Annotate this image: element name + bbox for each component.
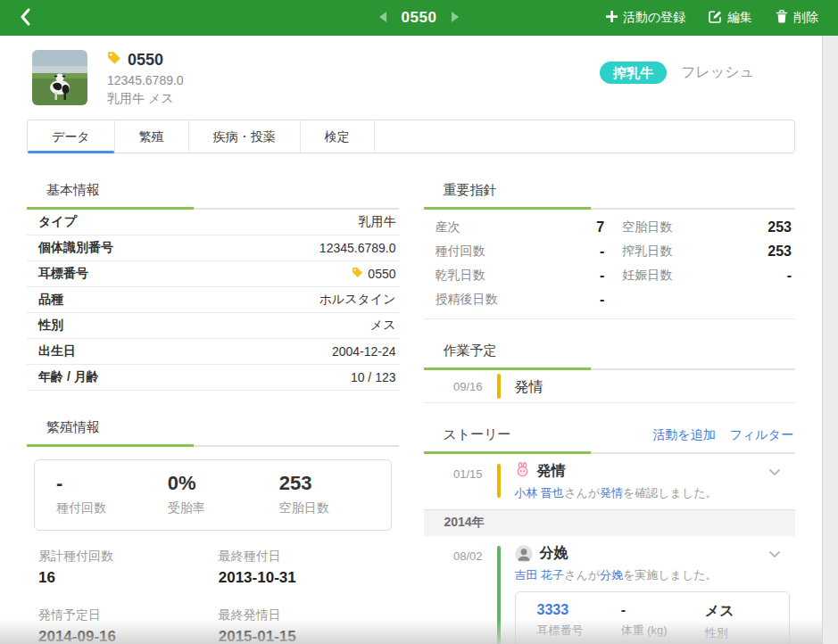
fresh-status-label: フレッシュ (681, 63, 754, 82)
detail-total-inseminations: 累計種付回数 16 (38, 549, 219, 587)
action-link[interactable]: 分娩 (600, 568, 623, 582)
right-column: 重要指針 産次 7 種付回数 - 乾乳日数 - (424, 153, 796, 644)
story-event-type: 発情 (537, 462, 566, 481)
cow-identity: 0550 12345.6789.0 乳用牛 メス (107, 50, 184, 107)
calf-ear-tag-link[interactable]: 3333 (537, 602, 569, 617)
stat-insemination-count: - 種付回数 (56, 472, 168, 516)
actor-link[interactable]: 小林 晋也 (515, 486, 565, 500)
type-and-sex: 乳用牛 メス (107, 91, 184, 107)
breeding-detail-grid: 累計種付回数 16 最終種付日 2013-10-31 発情予定日 2014-09… (38, 549, 399, 644)
prev-cow-button[interactable] (377, 9, 389, 28)
milking-status-badge: 搾乳牛 (600, 62, 667, 84)
edit-button[interactable]: 編集 (709, 10, 752, 26)
back-button[interactable] (12, 4, 37, 32)
breeding-stats-card: - 種付回数 0% 受胎率 253 空胎日数 (34, 459, 392, 531)
ear-tag-number: 0550 (128, 51, 163, 70)
calf-weight: - 体重 (kg) (621, 602, 705, 641)
year-header: 2014年 (424, 509, 796, 536)
add-activity-label: 活動の登録 (623, 10, 685, 26)
schedule-label: 発情 (515, 370, 543, 402)
table-row: 耳標番号 0550 (27, 261, 399, 287)
delete-label: 削除 (793, 10, 818, 26)
table-row: 品種 ホルスタイン (27, 287, 399, 313)
schedule-color-bar (497, 374, 501, 399)
story-color-bar (497, 546, 501, 644)
tab-breeding[interactable]: 繁殖 (115, 120, 189, 153)
two-column-layout: 基本情報 タイプ 乳用牛 個体識別番号 12345.6789.0 耳標番号 (0, 153, 822, 644)
detail-expected-estrus-date: 発情予定日 2014-09-16 (38, 607, 219, 644)
plus-icon (606, 11, 618, 25)
section-key-indicators-title: 重要指針 (424, 173, 796, 210)
add-activity-button[interactable]: 活動の登録 (606, 10, 685, 26)
action-link[interactable]: 発情 (600, 486, 623, 500)
tag-icon (107, 51, 121, 70)
next-cow-button[interactable] (449, 9, 461, 28)
schedule-date: 09/16 (424, 370, 483, 402)
story-sentence: 小林 晋也さんが発情を確認しました。 (515, 485, 791, 501)
topbar-actions: 活動の登録 編集 削除 (606, 10, 826, 26)
section-basic-info-title: 基本情報 (27, 173, 399, 210)
table-row: 年齢 / 月齢 10 / 123 (27, 365, 399, 391)
story-date: 01/15 (424, 460, 483, 501)
story-color-bar (497, 464, 501, 498)
tab-disease-medication[interactable]: 疾病・投薬 (189, 120, 301, 153)
chevron-down-icon[interactable] (768, 463, 790, 480)
chevron-left-icon (20, 8, 30, 29)
person-icon (515, 545, 533, 563)
table-row: 性別 メス (27, 313, 399, 339)
story-item-estrus: 01/15 発情 小林 晋也さんが発情を確認しました。 (424, 454, 796, 509)
tab-bar: データ 繁殖 疾病・投薬 検定 (27, 120, 795, 153)
kpi-row: 妊娠日数 - (622, 263, 792, 287)
kpi-left-column: 産次 7 種付回数 - 乾乳日数 - 授精後日数 - (436, 215, 605, 311)
actor-link[interactable]: 吉田 花子 (515, 568, 565, 582)
pencil-square-icon (709, 10, 722, 26)
calf-sex: メス 性別 (705, 602, 789, 641)
cow-photo-image (32, 50, 87, 105)
kpi-row: 乾乳日数 - (436, 263, 605, 287)
top-bar: 0550 活動の登録 編集 削除 (0, 0, 838, 36)
tag-icon (352, 267, 363, 281)
edit-label: 編集 (727, 10, 752, 26)
kpi-row: 搾乳日数 253 (622, 239, 792, 263)
delete-button[interactable]: 削除 (776, 10, 818, 26)
section-breeding-info-title: 繁殖情報 (27, 410, 399, 447)
kpi-row: 授精後日数 - (436, 287, 605, 311)
add-activity-link[interactable]: 活動を追加 (652, 427, 715, 443)
table-row: タイプ 乳用牛 (27, 210, 399, 235)
tab-data[interactable]: データ (28, 120, 115, 153)
trash-icon (776, 10, 788, 26)
story-date: 08/02 (424, 542, 483, 644)
table-row: 個体識別番号 12345.6789.0 (27, 235, 399, 261)
kpi-right-column: 空胎日数 253 搾乳日数 253 妊娠日数 - (622, 215, 792, 311)
story-sentence: 吉田 花子さんが分娩を実施しました。 (515, 567, 791, 583)
key-indicators-table: 産次 7 種付回数 - 乾乳日数 - 授精後日数 - (424, 210, 796, 319)
schedule-item[interactable]: 09/16 発情 (424, 370, 796, 403)
story-item-calving: 08/02 分娩 吉田 花子さんが分娩を実施しました。 (424, 536, 796, 644)
calf-info-card: 3333 耳標番号 - 体重 (kg) メス 性別 (515, 591, 791, 644)
triangle-right-icon (451, 11, 460, 26)
cow-profile-header: 0550 12345.6789.0 乳用牛 メス 搾乳牛 フレッシュ (0, 36, 822, 118)
detail-last-estrus-date: 最終発情日 2015-01-15 (219, 607, 399, 644)
cow-photo (32, 50, 87, 105)
detail-last-insemination-date: 最終種付日 2013-10-31 (219, 549, 399, 587)
table-row: 出生日 2004-12-24 (27, 339, 399, 365)
section-story-title: ストーリー 活動を追加 フィルター (424, 417, 796, 454)
stat-open-days: 253 空胎日数 (279, 472, 391, 516)
stat-conception-rate: 0% 受胎率 (168, 472, 279, 516)
rabbit-icon (515, 462, 530, 481)
kpi-row: 種付回数 - (436, 239, 605, 263)
calf-ear-tag: 3333 耳標番号 (537, 602, 621, 641)
triangle-left-icon (378, 11, 387, 26)
story-event-type: 分娩 (540, 544, 568, 563)
kpi-row: 産次 7 (436, 215, 605, 239)
page-title: 0550 (402, 9, 437, 27)
tab-inspection[interactable]: 検定 (301, 120, 375, 153)
content-area: 0550 12345.6789.0 乳用牛 メス 搾乳牛 フレッシュ データ 繁… (0, 36, 823, 644)
basic-info-table: タイプ 乳用牛 個体識別番号 12345.6789.0 耳標番号 0550 (27, 210, 399, 391)
left-column: 基本情報 タイプ 乳用牛 個体識別番号 12345.6789.0 耳標番号 (27, 153, 399, 644)
chevron-down-icon[interactable] (768, 545, 790, 562)
section-schedule-title: 作業予定 (424, 334, 796, 370)
individual-id: 12345.6789.0 (107, 73, 184, 87)
status-badges: 搾乳牛 フレッシュ (600, 62, 790, 84)
filter-link[interactable]: フィルター (730, 427, 793, 443)
